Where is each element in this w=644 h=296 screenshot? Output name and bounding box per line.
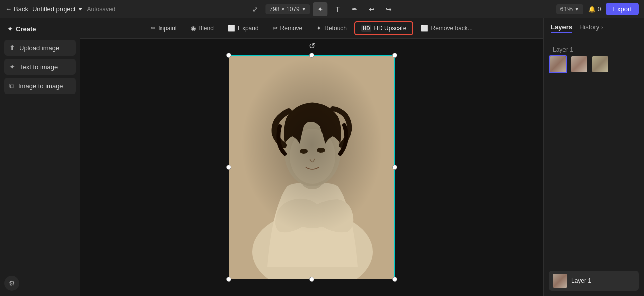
layer-item-name: Layer 1 [571, 277, 591, 284]
back-label: Back [14, 5, 28, 13]
tool-bar: ✏ Inpaint ◉ Blend ⬜ Expand ✂ Remove ✦ Re… [80, 18, 543, 39]
text-to-image-button[interactable]: ✦ Text to image [4, 59, 76, 75]
layers-list: Layer 1 [544, 271, 644, 296]
upload-image-button[interactable]: ⬆ Upload image [4, 40, 76, 56]
right-sidebar-header: Layers History › [544, 18, 644, 38]
create-label: Create [16, 25, 36, 33]
resize-icon-btn[interactable]: ⤢ [248, 2, 262, 16]
handle-bottom-left[interactable] [226, 277, 231, 282]
text-to-image-label: Text to image [19, 63, 58, 71]
upload-icon: ⬆ [9, 44, 15, 52]
canvas-image [229, 55, 395, 279]
blend-icon: ◉ [191, 25, 196, 32]
svg-point-3 [301, 171, 324, 189]
layers-tab[interactable]: Layers [551, 23, 572, 33]
refresh-button[interactable]: ↺ [309, 41, 315, 51]
create-icon: ✦ [7, 25, 13, 33]
handle-middle-right[interactable] [392, 165, 397, 170]
sidebar-bottom: ⚙ [4, 276, 76, 291]
image-to-image-label: Image to image [18, 82, 63, 90]
main-layout: ✦ Create ⬆ Upload image ✦ Text to image … [0, 18, 644, 296]
redo-button[interactable]: ↪ [382, 2, 396, 16]
undo-button[interactable]: ↩ [365, 2, 379, 16]
remove-bg-icon: ⬜ [421, 25, 428, 32]
edit-tool-icons: ✦ T ✒ ↩ ↪ [313, 2, 396, 16]
history-tab[interactable]: History › [579, 23, 603, 33]
autosaved-label: Autosaved [87, 6, 116, 13]
image-to-image-button[interactable]: ⧉ Image to image [4, 78, 76, 94]
history-chevron-icon: › [601, 24, 603, 30]
remove-icon: ✂ [273, 25, 278, 32]
layers-section: Layer 1 [544, 38, 644, 84]
svg-rect-1 [229, 56, 395, 279]
layer-thumbnails [549, 55, 639, 73]
layer-item-thumb [553, 274, 567, 288]
svg-point-5 [290, 129, 335, 184]
chevron-down-icon: ▼ [78, 6, 83, 12]
notification-icon: 🔔 [588, 6, 596, 13]
left-sidebar: ✦ Create ⬆ Upload image ✦ Text to image … [0, 18, 80, 296]
project-name[interactable]: Untitled project ▼ [32, 5, 83, 13]
zoom-level-display[interactable]: 61% ▼ [556, 4, 583, 14]
select-tool-button[interactable]: ✦ [313, 2, 328, 16]
layer-section-label: Layer 1 [549, 43, 639, 55]
image-container[interactable]: ↺ [229, 55, 395, 279]
layer-thumb-img-3 [592, 56, 608, 72]
layer-item-1[interactable]: Layer 1 [549, 271, 639, 291]
upscale-button[interactable]: HD HD Upscale [354, 21, 413, 35]
settings-button[interactable]: ⚙ [4, 276, 19, 291]
handle-bottom-right[interactable] [392, 277, 397, 282]
pen-tool-button[interactable]: ✒ [348, 2, 362, 16]
canvas-wrapper: ↺ [80, 39, 543, 296]
export-button[interactable]: Export [606, 3, 639, 15]
top-bar-center: ⤢ 798 × 1079 ▼ ✦ T ✒ ↩ ↪ [248, 2, 395, 16]
layer-thumb-1[interactable] [549, 55, 567, 73]
right-sidebar-tabs: Layers History › [551, 23, 603, 33]
handle-top-middle[interactable] [309, 53, 314, 58]
retouch-icon: ✦ [316, 25, 321, 32]
notifications-display[interactable]: 🔔 0 [588, 6, 601, 13]
create-header: ✦ Create [4, 23, 76, 37]
toolbar-icons: ⤢ [248, 2, 262, 16]
handle-bottom-middle[interactable] [309, 277, 314, 282]
upload-image-label: Upload image [19, 44, 59, 52]
layer-thumb-img-1 [550, 56, 566, 72]
canvas-size-display[interactable]: 798 × 1079 ▼ [265, 4, 310, 14]
image-icon: ⧉ [9, 82, 14, 90]
expand-icon: ⬜ [228, 25, 235, 32]
inpaint-button[interactable]: ✏ Inpaint [144, 22, 183, 35]
hd-icon: HD [361, 25, 371, 32]
svg-point-6 [300, 149, 308, 154]
retouch-button[interactable]: ✦ Retouch [310, 22, 353, 35]
chevron-down-icon: ▼ [302, 7, 306, 12]
svg-point-7 [317, 148, 325, 153]
svg-rect-0 [229, 56, 395, 279]
back-button[interactable]: ← Back [5, 5, 28, 13]
layer-thumb-2[interactable] [570, 55, 588, 73]
layer-thumb-3[interactable] [591, 55, 609, 73]
inpaint-icon: ✏ [151, 25, 156, 32]
chevron-down-icon: ▼ [575, 7, 579, 12]
text-icon: ✦ [9, 63, 15, 71]
expand-button[interactable]: ⬜ Expand [221, 22, 265, 35]
remove-background-button[interactable]: ⬜ Remove back... [414, 22, 479, 35]
remove-button[interactable]: ✂ Remove [266, 22, 309, 35]
handle-top-left[interactable] [226, 53, 231, 58]
layer-thumb-img-2 [571, 56, 587, 72]
canvas-area: ✏ Inpaint ◉ Blend ⬜ Expand ✂ Remove ✦ Re… [80, 18, 543, 296]
handle-middle-left[interactable] [226, 165, 231, 170]
back-arrow-icon: ← [5, 5, 12, 13]
svg-point-2 [252, 212, 373, 279]
text-tool-button[interactable]: T [331, 2, 345, 16]
svg-point-4 [285, 121, 340, 186]
handle-top-right[interactable] [392, 53, 397, 58]
blend-button[interactable]: ◉ Blend [184, 22, 220, 35]
right-sidebar: Layers History › Layer 1 [543, 18, 644, 296]
top-bar: ← Back Untitled project ▼ Autosaved ⤢ 79… [0, 0, 644, 18]
